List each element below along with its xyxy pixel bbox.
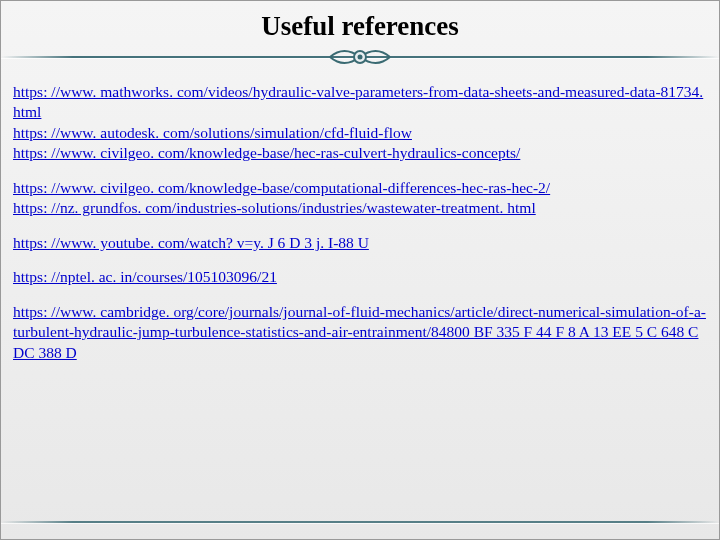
page-title: Useful references: [1, 11, 719, 42]
reference-group: https: //www. civilgeo. com/knowledge-ba…: [13, 178, 707, 219]
reference-link[interactable]: https: //www. mathworks. com/videos/hydr…: [13, 83, 703, 120]
reference-group: https: //www. youtube. com/watch? v=y. J…: [13, 233, 707, 253]
svg-point-1: [358, 55, 363, 60]
reference-link[interactable]: https: //www. cambridge. org/core/journa…: [13, 303, 706, 361]
reference-group: https: //nptel. ac. in/courses/105103096…: [13, 267, 707, 287]
title-divider: [1, 46, 719, 74]
title-bar: Useful references: [1, 1, 719, 46]
reference-link[interactable]: https: //www. youtube. com/watch? v=y. J…: [13, 234, 369, 251]
reference-link[interactable]: https: //nptel. ac. in/courses/105103096…: [13, 268, 277, 285]
reference-group: https: //www. cambridge. org/core/journa…: [13, 302, 707, 363]
slide: Useful references https: //www. mathwork…: [0, 0, 720, 540]
reference-group: https: //www. mathworks. com/videos/hydr…: [13, 82, 707, 164]
reference-link[interactable]: https: //www. civilgeo. com/knowledge-ba…: [13, 144, 520, 161]
reference-link[interactable]: https: //www. autodesk. com/solutions/si…: [13, 124, 412, 141]
footer-divider: [1, 521, 719, 523]
reference-link[interactable]: https: //nz. grundfos. com/industries-so…: [13, 199, 536, 216]
divider-ornament-icon: [328, 45, 392, 69]
content-area: https: //www. mathworks. com/videos/hydr…: [1, 74, 719, 363]
reference-link[interactable]: https: //www. civilgeo. com/knowledge-ba…: [13, 179, 550, 196]
